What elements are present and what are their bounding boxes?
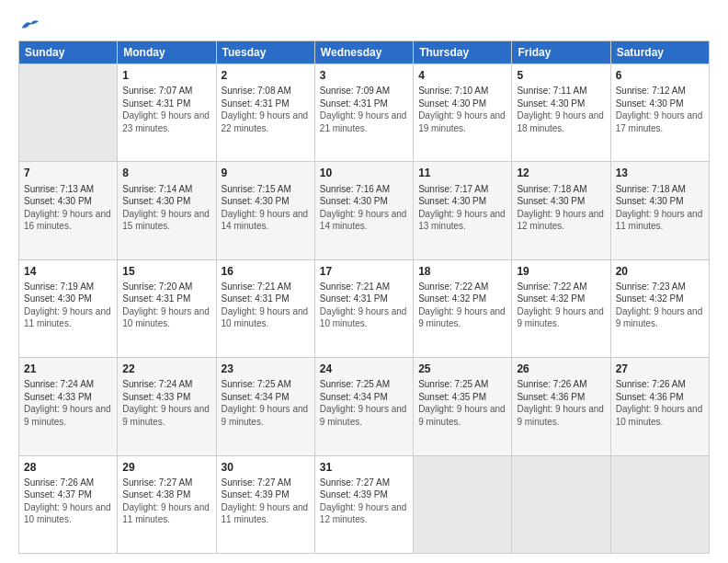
sunrise-time: Sunrise: 7:27 AM [222, 477, 310, 489]
calendar-week-row: 7Sunrise: 7:13 AMSunset: 4:30 PMDaylight… [19, 162, 710, 259]
daylight-hours: Daylight: 9 hours and 14 minutes. [222, 208, 310, 233]
calendar-day-cell: 24Sunrise: 7:25 AMSunset: 4:34 PMDayligh… [314, 358, 413, 455]
sunset-time: Sunset: 4:31 PM [320, 293, 408, 305]
day-number: 30 [222, 460, 310, 475]
day-number: 26 [517, 362, 605, 376]
calendar-day-cell: 5Sunrise: 7:11 AMSunset: 4:30 PMDaylight… [512, 64, 610, 162]
sunrise-time: Sunrise: 7:18 AM [517, 183, 605, 196]
sunset-time: Sunset: 4:30 PM [616, 98, 704, 110]
day-number: 28 [24, 460, 112, 475]
sunrise-time: Sunrise: 7:22 AM [418, 281, 506, 293]
sunrise-time: Sunrise: 7:12 AM [616, 85, 704, 98]
calendar-day-cell: 26Sunrise: 7:26 AMSunset: 4:36 PMDayligh… [512, 358, 610, 455]
sunrise-time: Sunrise: 7:24 AM [24, 378, 112, 391]
sunset-time: Sunset: 4:30 PM [517, 195, 605, 208]
calendar-week-row: 21Sunrise: 7:24 AMSunset: 4:33 PMDayligh… [19, 358, 710, 455]
day-number: 4 [418, 68, 506, 83]
sunset-time: Sunset: 4:30 PM [320, 195, 408, 208]
sunrise-time: Sunrise: 7:07 AM [122, 85, 210, 98]
sunrise-time: Sunrise: 7:08 AM [222, 85, 310, 98]
sunrise-time: Sunrise: 7:27 AM [122, 477, 210, 489]
calendar-day-cell: 2Sunrise: 7:08 AMSunset: 4:31 PMDaylight… [216, 64, 314, 162]
calendar-day-cell: 10Sunrise: 7:16 AMSunset: 4:30 PMDayligh… [314, 162, 413, 259]
day-number: 10 [320, 166, 408, 180]
sunset-time: Sunset: 4:38 PM [122, 488, 210, 501]
sunset-time: Sunset: 4:32 PM [418, 293, 506, 305]
daylight-hours: Daylight: 9 hours and 14 minutes. [320, 208, 408, 233]
sunrise-time: Sunrise: 7:23 AM [616, 281, 704, 293]
daylight-hours: Daylight: 9 hours and 21 minutes. [320, 109, 408, 134]
calendar-day-cell: 30Sunrise: 7:27 AMSunset: 4:39 PMDayligh… [216, 455, 314, 553]
sunrise-time: Sunrise: 7:26 AM [616, 378, 704, 391]
calendar-day-cell: 6Sunrise: 7:12 AMSunset: 4:30 PMDaylight… [610, 64, 709, 162]
sunset-time: Sunset: 4:31 PM [222, 293, 310, 305]
sunset-time: Sunset: 4:36 PM [517, 391, 605, 404]
day-number: 17 [320, 264, 408, 279]
day-number: 24 [320, 362, 408, 376]
sunset-time: Sunset: 4:33 PM [24, 391, 112, 404]
day-number: 15 [122, 264, 210, 279]
sunrise-time: Sunrise: 7:10 AM [418, 85, 506, 98]
day-number: 7 [24, 166, 112, 180]
calendar-day-cell: 13Sunrise: 7:18 AMSunset: 4:30 PMDayligh… [610, 162, 709, 259]
day-number: 13 [616, 166, 704, 180]
sunrise-time: Sunrise: 7:26 AM [517, 378, 605, 391]
day-number: 14 [24, 264, 112, 279]
daylight-hours: Daylight: 9 hours and 11 minutes. [222, 501, 310, 526]
sunrise-time: Sunrise: 7:21 AM [222, 281, 310, 293]
header [18, 17, 710, 31]
calendar-day-cell: 15Sunrise: 7:20 AMSunset: 4:31 PMDayligh… [118, 259, 216, 357]
sunset-time: Sunset: 4:33 PM [122, 391, 210, 404]
sunset-time: Sunset: 4:36 PM [616, 391, 704, 404]
calendar-day-cell: 23Sunrise: 7:25 AMSunset: 4:34 PMDayligh… [216, 358, 314, 455]
logo [18, 17, 40, 31]
day-number: 8 [122, 166, 210, 180]
sunset-time: Sunset: 4:30 PM [24, 195, 112, 208]
sunset-time: Sunset: 4:37 PM [24, 488, 112, 501]
calendar-day-cell: 14Sunrise: 7:19 AMSunset: 4:30 PMDayligh… [19, 259, 118, 357]
sunset-time: Sunset: 4:39 PM [222, 488, 310, 501]
calendar-day-cell: 31Sunrise: 7:27 AMSunset: 4:39 PMDayligh… [314, 455, 413, 553]
sunrise-time: Sunrise: 7:24 AM [122, 378, 210, 391]
sunrise-time: Sunrise: 7:21 AM [320, 281, 408, 293]
day-number: 6 [616, 68, 704, 83]
calendar-day-cell: 18Sunrise: 7:22 AMSunset: 4:32 PMDayligh… [414, 259, 512, 357]
calendar-day-cell: 12Sunrise: 7:18 AMSunset: 4:30 PMDayligh… [512, 162, 610, 259]
day-number: 19 [517, 264, 605, 279]
daylight-hours: Daylight: 9 hours and 11 minutes. [24, 305, 112, 330]
calendar-week-row: 1Sunrise: 7:07 AMSunset: 4:31 PMDaylight… [19, 64, 710, 162]
calendar-week-row: 28Sunrise: 7:26 AMSunset: 4:37 PMDayligh… [19, 455, 710, 553]
sunrise-time: Sunrise: 7:27 AM [320, 477, 408, 489]
calendar-day-cell: 8Sunrise: 7:14 AMSunset: 4:30 PMDaylight… [118, 162, 216, 259]
calendar-day-cell [610, 455, 709, 553]
calendar-day-cell: 17Sunrise: 7:21 AMSunset: 4:31 PMDayligh… [314, 259, 413, 357]
calendar-day-cell: 19Sunrise: 7:22 AMSunset: 4:32 PMDayligh… [512, 259, 610, 357]
sunrise-time: Sunrise: 7:25 AM [320, 378, 408, 391]
daylight-hours: Daylight: 9 hours and 9 minutes. [418, 403, 506, 428]
daylight-hours: Daylight: 9 hours and 18 minutes. [517, 109, 605, 134]
calendar-day-cell: 28Sunrise: 7:26 AMSunset: 4:37 PMDayligh… [19, 455, 118, 553]
sunset-time: Sunset: 4:35 PM [418, 391, 506, 404]
weekday-header-cell: Tuesday [216, 41, 314, 64]
sunset-time: Sunset: 4:30 PM [418, 98, 506, 110]
calendar-day-cell: 21Sunrise: 7:24 AMSunset: 4:33 PMDayligh… [19, 358, 118, 455]
calendar-day-cell: 29Sunrise: 7:27 AMSunset: 4:38 PMDayligh… [118, 455, 216, 553]
daylight-hours: Daylight: 9 hours and 9 minutes. [418, 305, 506, 330]
sunrise-time: Sunrise: 7:20 AM [122, 281, 210, 293]
sunset-time: Sunset: 4:32 PM [616, 293, 704, 305]
weekday-header-cell: Sunday [19, 41, 118, 64]
calendar-day-cell: 22Sunrise: 7:24 AMSunset: 4:33 PMDayligh… [118, 358, 216, 455]
logo-area [18, 17, 40, 31]
sunset-time: Sunset: 4:31 PM [122, 293, 210, 305]
daylight-hours: Daylight: 9 hours and 19 minutes. [418, 109, 506, 134]
sunrise-time: Sunrise: 7:16 AM [320, 183, 408, 196]
daylight-hours: Daylight: 9 hours and 10 minutes. [616, 403, 704, 428]
daylight-hours: Daylight: 9 hours and 9 minutes. [320, 403, 408, 428]
sunrise-time: Sunrise: 7:19 AM [24, 281, 112, 293]
sunrise-time: Sunrise: 7:18 AM [616, 183, 704, 196]
daylight-hours: Daylight: 9 hours and 11 minutes. [616, 208, 704, 233]
sunset-time: Sunset: 4:30 PM [616, 195, 704, 208]
day-number: 22 [122, 362, 210, 376]
calendar-day-cell [414, 455, 512, 553]
day-number: 18 [418, 264, 506, 279]
